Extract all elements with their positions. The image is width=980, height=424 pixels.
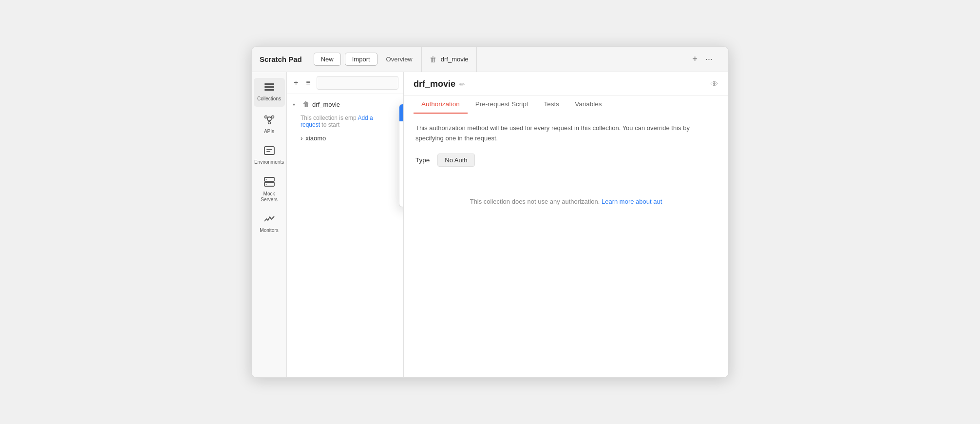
search-input[interactable] xyxy=(317,76,398,90)
collections-panel: + ≡ ··· ▾ 🗑 drf_movie This collection is… xyxy=(287,72,404,377)
auth-description: This authorization method will be used f… xyxy=(415,123,716,144)
sidebar-item-mock-servers-label: Mock Servers xyxy=(257,191,282,203)
sidebar-item-monitors[interactable]: Monitors xyxy=(254,210,285,238)
no-auth-text: This collection does not use any authori… xyxy=(415,178,716,215)
tab-variables[interactable]: Variables xyxy=(567,96,609,114)
svg-rect-9 xyxy=(266,151,270,152)
filter-collections-button[interactable]: ≡ xyxy=(304,77,312,88)
context-menu-add-request[interactable]: Add Request xyxy=(399,104,403,121)
environments-icon xyxy=(264,146,275,157)
auth-type-row: Type No Auth xyxy=(415,154,716,167)
add-request-link[interactable]: Add a request xyxy=(301,115,373,128)
main-panel: drf_movie ✏ 👁 Authorization Pre-request … xyxy=(404,72,728,377)
collection-folder-icon: 🗑 xyxy=(302,100,309,108)
chevron-down-icon: ▾ xyxy=(293,102,300,107)
learn-more-link[interactable]: Learn more about aut xyxy=(602,198,662,205)
app-window: Scratch Pad New Import Overview 🗑 drf_mo… xyxy=(251,46,729,378)
title-tabs: Overview 🗑 drf_movie + ··· xyxy=(377,47,720,72)
mock-servers-icon xyxy=(264,177,275,189)
sidebar-item-collections[interactable]: Collections xyxy=(254,78,285,107)
context-menu-rename[interactable]: Rename ⌘ E xyxy=(399,138,403,155)
auth-type-value[interactable]: No Auth xyxy=(437,154,474,167)
svg-point-13 xyxy=(265,184,266,185)
context-menu-delete[interactable]: Delete ⌫ xyxy=(399,190,403,207)
tab-collection-name: drf_movie xyxy=(441,56,469,63)
tab-collection[interactable]: 🗑 drf_movie xyxy=(422,47,477,72)
svg-point-5 xyxy=(271,116,274,118)
sidebar-item-apis[interactable]: APIs xyxy=(254,109,285,139)
main-panel-title: drf_movie xyxy=(414,79,455,95)
collection-item-xiaomo[interactable]: › xiaomo xyxy=(287,132,403,144)
chevron-right-icon: › xyxy=(301,135,302,142)
context-menu-add-folder[interactable]: Add Folder xyxy=(399,121,403,138)
svg-point-3 xyxy=(267,117,271,121)
svg-rect-0 xyxy=(264,83,274,85)
tab-authorization[interactable]: Authorization xyxy=(414,96,468,114)
apis-icon xyxy=(264,114,275,127)
collection-name-drf-movie: drf_movie xyxy=(312,101,340,108)
collections-toolbar: + ≡ ··· xyxy=(287,72,403,94)
svg-point-12 xyxy=(265,179,266,180)
sidebar-item-monitors-label: Monitors xyxy=(260,228,278,233)
new-button[interactable]: New xyxy=(314,53,341,66)
svg-point-6 xyxy=(268,122,270,124)
sidebar-item-apis-label: APIs xyxy=(264,129,274,135)
title-bar: Scratch Pad New Import Overview 🗑 drf_mo… xyxy=(252,47,728,72)
svg-rect-7 xyxy=(264,147,274,154)
sidebar-item-environments-label: Environments xyxy=(254,159,284,165)
panel-body: This authorization method will be used f… xyxy=(404,114,728,377)
panel-tabs: Authorization Pre-request Script Tests V… xyxy=(404,96,728,114)
sidebar-icons: Collections APIs xyxy=(252,72,287,377)
svg-rect-1 xyxy=(264,86,274,88)
svg-point-4 xyxy=(264,116,267,118)
sidebar-item-collections-label: Collections xyxy=(257,96,281,102)
tab-actions: + ··· xyxy=(684,53,720,65)
add-tab-button[interactable]: + xyxy=(690,53,699,65)
collection-tab-icon: 🗑 xyxy=(430,55,437,63)
tab-tests[interactable]: Tests xyxy=(536,96,567,114)
main-panel-header: drf_movie ✏ 👁 xyxy=(404,72,728,96)
collections-icon xyxy=(264,83,275,94)
context-menu-export[interactable]: Export xyxy=(399,173,403,190)
svg-rect-8 xyxy=(266,149,272,150)
sidebar-item-environments[interactable]: Environments xyxy=(254,141,285,170)
edit-icon[interactable]: ✏ xyxy=(459,80,465,94)
collection-item-drf-movie[interactable]: ▾ 🗑 drf_movie xyxy=(287,98,403,111)
main-content: Collections APIs xyxy=(252,72,728,377)
monitors-icon xyxy=(264,214,275,226)
context-menu-duplicate[interactable]: Duplicate ⌘ D xyxy=(399,155,403,173)
tab-pre-request-script[interactable]: Pre-request Script xyxy=(468,96,536,114)
svg-rect-2 xyxy=(264,89,274,91)
add-collection-button[interactable]: + xyxy=(292,77,300,88)
import-button[interactable]: Import xyxy=(345,53,377,66)
tab-overview[interactable]: Overview xyxy=(377,47,422,72)
app-title: Scratch Pad xyxy=(260,55,302,63)
collection-name-xiaomo: xiaomo xyxy=(305,135,326,142)
collection-empty-text: This collection is emp Add a request to … xyxy=(287,111,403,132)
auth-type-label: Type xyxy=(415,156,430,164)
context-menu: Add Request Add Folder Rename ⌘ E Duplic… xyxy=(399,104,403,207)
title-bar-left: Scratch Pad New Import xyxy=(260,53,377,66)
more-tabs-button[interactable]: ··· xyxy=(703,53,715,65)
collections-list: ▾ 🗑 drf_movie This collection is emp Add… xyxy=(287,94,403,377)
sidebar-item-mock-servers[interactable]: Mock Servers xyxy=(254,172,285,208)
eye-icon[interactable]: 👁 xyxy=(711,80,718,95)
